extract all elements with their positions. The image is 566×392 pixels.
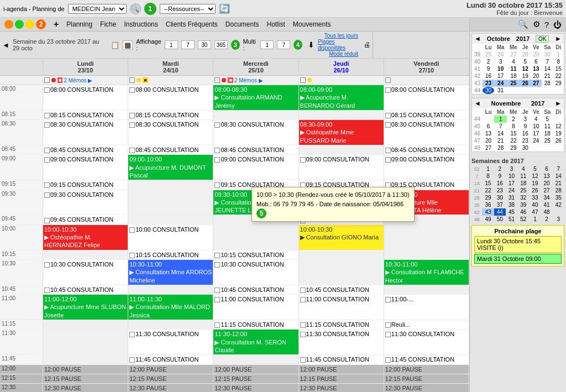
sw-10[interactable]: 10 (506, 173, 517, 180)
prochaine-slot-1[interactable]: Lundi 30 Octobre 15:45 VISITE (i) (474, 236, 562, 253)
cell-mon-1130[interactable] (43, 330, 128, 354)
cell-fri-0900[interactable]: 09:00 CONSULTATION (384, 155, 469, 180)
sw-36[interactable]: 36 (482, 201, 494, 208)
nav-instructions[interactable]: Instructions (124, 20, 158, 28)
cell-fri-1100[interactable]: 11:00-... (384, 295, 469, 320)
oct-27d[interactable]: 27 (531, 80, 542, 87)
sw-21[interactable]: 21 (553, 180, 564, 187)
oct-21[interactable]: 21 (542, 72, 553, 80)
sw-52e[interactable]: 52 (517, 216, 529, 223)
oct-15[interactable]: 15 (553, 65, 564, 72)
cell-thu-1000[interactable]: 10:00-10:30▶ Consultation GIONO Maria (299, 225, 384, 250)
cell-wed-1030[interactable]: 10:30 CONSULTATION (213, 260, 298, 285)
cell-mon-1100[interactable]: 11:00-12:00▶ Acupuncture Mme SLUBON Jose… (43, 295, 128, 320)
prev-nov-arrow[interactable]: ◄ (474, 100, 481, 107)
sw-31[interactable]: 31 (506, 194, 517, 201)
cell-tue-0845[interactable]: 08:45 CONSULTATION (128, 145, 213, 154)
nov-21[interactable]: 21 (494, 137, 507, 144)
sw-n1[interactable]: 1 (529, 216, 541, 223)
cell-thu-1030[interactable] (299, 260, 384, 285)
cell-thu-1230[interactable]: 12:30 PAUSE (299, 384, 384, 392)
cell-thu-1045[interactable]: 10:45 CONSULTATION (299, 285, 384, 294)
sw-23[interactable]: 23 (494, 187, 506, 194)
view-icon-2[interactable]: ▦ (123, 40, 133, 50)
sw-8[interactable]: 8 (482, 173, 494, 180)
oct-23[interactable]: 23 (483, 80, 494, 87)
sw-1[interactable]: 1 (482, 165, 494, 173)
tous-jours-link[interactable]: Tous les jours (324, 33, 358, 39)
aff-30[interactable] (198, 40, 211, 49)
nov-4[interactable]: 4 (531, 116, 542, 123)
cell-tue-1000[interactable]: 10:00 CONSULTATION (128, 225, 213, 250)
sw-22[interactable]: 22 (482, 187, 494, 194)
sw-39[interactable]: 39 (517, 201, 529, 208)
cell-wed-1115[interactable]: 11:15 CONSULTATION (213, 320, 298, 329)
cell-wed-0815[interactable] (213, 111, 298, 119)
oct-9[interactable]: 9 (483, 65, 494, 72)
nov-20[interactable]: 20 (483, 137, 494, 144)
sw-25[interactable]: 25 (517, 187, 529, 194)
nov-3[interactable]: 3 (520, 116, 531, 123)
oct-26d[interactable]: 26 (520, 80, 531, 87)
sw-2[interactable]: 2 (494, 165, 506, 173)
cell-fri-0815[interactable]: 08:15 CONSULTATION (384, 111, 469, 119)
next-month-arrow[interactable]: ► (555, 35, 562, 43)
sw-12[interactable]: 12 (529, 173, 541, 180)
sw-26[interactable]: 26 (529, 187, 541, 194)
cell-thu-0830[interactable]: 08:30-09:00▶ Ostéopathie Mme PUSSARD Mar… (299, 120, 384, 145)
sw-29[interactable]: 29 (482, 194, 494, 201)
sync-icon[interactable]: 🔄 (219, 3, 230, 14)
nav-fiche[interactable]: Fiche (100, 20, 116, 28)
cell-fri-1215[interactable]: 12:15 PAUSE (384, 374, 469, 383)
checkbox-memo1[interactable] (44, 77, 50, 83)
cell-tue-1230[interactable]: 12:30 PAUSE (128, 384, 213, 392)
cell-wed-1045[interactable]: 10:45 CONSULTATION (213, 285, 298, 294)
cell-mon-1230[interactable]: 12:30 PAUSE (43, 384, 128, 392)
gear-icon[interactable]: ⚙ (533, 19, 540, 29)
oct-25d[interactable]: 25 (507, 80, 520, 87)
sw-37[interactable]: 37 (494, 201, 506, 208)
oct-14[interactable]: 14 (542, 65, 553, 72)
checkbox-memo4[interactable] (300, 77, 306, 83)
sw-51[interactable]: 51 (506, 216, 517, 223)
sw-3[interactable]: 3 (506, 165, 517, 173)
sw-15[interactable]: 15 (482, 180, 494, 187)
search-icon[interactable]: 🔍 (518, 19, 528, 29)
doctor-select[interactable]: MEDECIN Jean (68, 4, 127, 14)
nov-8[interactable]: 8 (507, 123, 520, 130)
oct-5[interactable]: 5 (520, 58, 531, 65)
nov-13[interactable]: 13 (483, 130, 494, 137)
cell-tue-1015[interactable]: 10:15 CONSULTATION (128, 250, 213, 259)
cell-mon-0845[interactable]: 08:45 CONSULTATION (43, 145, 128, 154)
sw-43[interactable]: 43 (482, 208, 494, 216)
nov-14[interactable]: 14 (494, 130, 507, 137)
oct-11[interactable]: 11 (507, 65, 520, 72)
cell-wed-0800[interactable]: 08:00-08:30▶ Consultation ARMAND Jérémy (213, 85, 298, 110)
sw-45[interactable]: 45 (506, 208, 517, 216)
oct-26[interactable]: 26 (494, 51, 507, 58)
nov-6[interactable]: 6 (483, 123, 494, 130)
dot-yellow[interactable] (25, 20, 34, 29)
nov-2[interactable]: 2 (507, 116, 520, 123)
cell-fri-1015[interactable] (384, 250, 469, 259)
multi-1[interactable] (260, 40, 274, 49)
oct-29d[interactable]: 29 (553, 80, 564, 87)
cell-mon-0900[interactable]: 09:00 CONSULTATION (43, 155, 128, 180)
cell-wed-1200[interactable]: 12:00 PAUSE (213, 365, 298, 374)
cell-thu-1145[interactable]: 11:45 CONSULTATION (299, 355, 384, 364)
cell-wed-1230[interactable]: 12:30 PAUSE (213, 384, 298, 392)
nov-17[interactable]: 17 (531, 130, 542, 137)
cell-mon-0800[interactable]: 08:00 CONSULTATION (43, 85, 128, 110)
cell-mon-0930[interactable]: 09:30 CONSULTATION (43, 190, 128, 215)
cell-tue-0830[interactable]: 08:30 CONSULTATION (128, 120, 213, 145)
sw-18[interactable]: 18 (517, 180, 529, 187)
next-nov-arrow[interactable]: ► (555, 100, 562, 107)
cell-fri-1130[interactable]: 11:30 CONSULTATION (384, 330, 469, 354)
sw-16[interactable]: 16 (494, 180, 506, 187)
prochaine-slot-2[interactable]: Mardi 31 Octobre 09:00 (474, 254, 562, 264)
resources-select[interactable]: --Ressources-- (160, 4, 216, 14)
cell-wed-0830[interactable]: 08:30 CONSULTATION (213, 120, 298, 145)
cell-mon-0815[interactable]: 08:15 CONSULTATION (43, 111, 128, 119)
sw-40[interactable]: 40 (529, 201, 541, 208)
cell-thu-0900[interactable]: 09:00 CONSULTATION (299, 155, 384, 180)
